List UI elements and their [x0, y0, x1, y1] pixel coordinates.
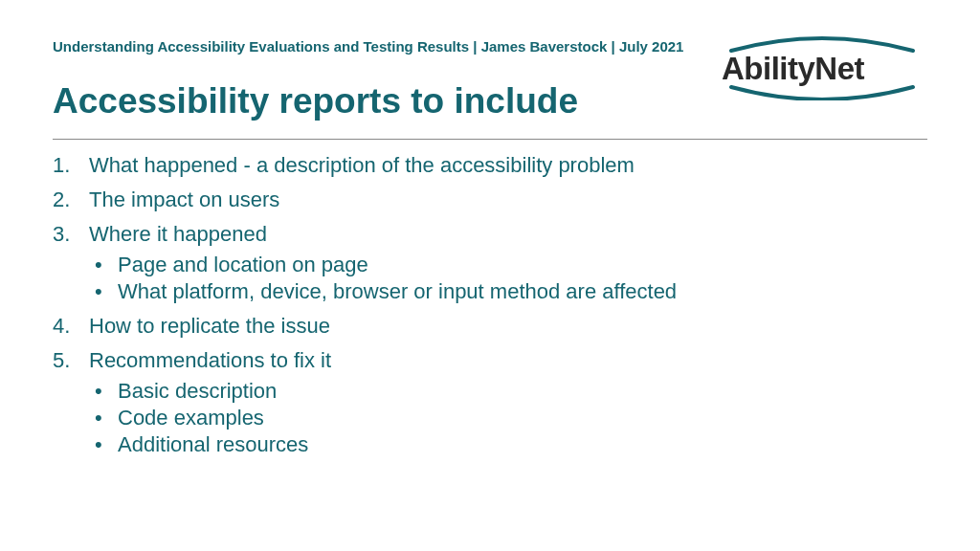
sub-list-item-text: Page and location on page	[118, 253, 368, 276]
logo-arc-bottom-icon	[722, 33, 923, 100]
list-item: What happened - a description of the acc…	[53, 153, 927, 178]
list-item: Recommendations to fix it Basic descript…	[53, 348, 927, 457]
sub-list-item: Code examples	[89, 406, 927, 430]
sub-list-item: Basic description	[89, 379, 927, 404]
list-item: The impact on users	[53, 187, 927, 212]
sub-list-item: Additional resources	[89, 432, 927, 457]
list-item-text: The impact on users	[89, 187, 279, 211]
list-item-text: Where it happened	[89, 222, 267, 246]
list-item: How to replicate the issue	[53, 314, 927, 339]
sub-list-item: Page and location on page	[89, 253, 927, 277]
slide-content: What happened - a description of the acc…	[0, 140, 980, 457]
sub-list-item-text: What platform, device, browser or input …	[118, 279, 677, 303]
sub-list: Basic description Code examples Addition…	[89, 379, 927, 457]
sub-list-item-text: Code examples	[118, 406, 264, 430]
list-item-text: What happened - a description of the acc…	[89, 153, 635, 177]
sub-list-item-text: Basic description	[118, 379, 277, 403]
sub-list: Page and location on page What platform,…	[89, 253, 927, 304]
report-items-list: What happened - a description of the acc…	[53, 153, 927, 457]
abilitynet-logo: AbilityNet	[722, 33, 923, 100]
list-item-text: How to replicate the issue	[89, 314, 330, 338]
sub-list-item: What platform, device, browser or input …	[89, 279, 927, 304]
sub-list-item-text: Additional resources	[118, 432, 308, 456]
slide-header: Understanding Accessibility Evaluations …	[0, 0, 980, 121]
list-item: Where it happened Page and location on p…	[53, 222, 927, 304]
list-item-text: Recommendations to fix it	[89, 348, 331, 372]
